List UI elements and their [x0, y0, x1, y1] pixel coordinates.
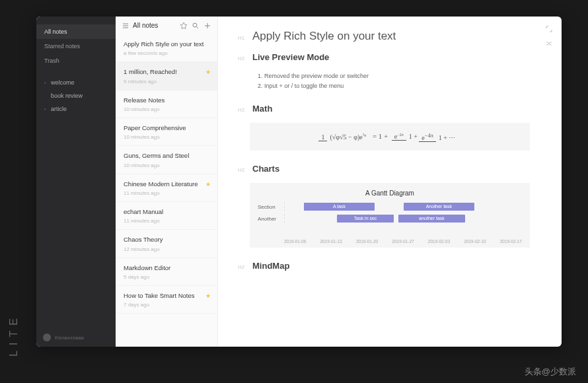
note-item-title: Markdown Editor	[124, 264, 209, 272]
gantt-bar: another task	[398, 215, 465, 223]
note-item-time: 12 minutes ago	[124, 246, 209, 252]
brand-vertical-text: LITE	[8, 313, 20, 357]
note-item-title: 1 million, Reached!	[124, 68, 209, 76]
gantt-title: A Gantt Diagram	[258, 190, 522, 197]
gantt-axis-tick: 2019-02-10	[464, 239, 486, 244]
add-icon[interactable]	[204, 22, 211, 29]
note-list-item[interactable]: How to Take Smart Notes7 days ago★	[116, 286, 217, 314]
gantt-row-label: Another	[258, 216, 284, 222]
shuffle-icon[interactable]	[546, 40, 552, 48]
list-item: Input + or / to toggle the menu	[264, 81, 542, 91]
note-item-title: Chinese Modern Literature	[124, 180, 209, 188]
sidebar-group[interactable]: Starred notes	[36, 39, 116, 53]
search-icon[interactable]	[192, 22, 199, 29]
chevron-right-icon: ›	[44, 80, 48, 86]
sidebar: All notesStarred notesTrash ›welcomebook…	[36, 17, 116, 347]
gantt-axis-tick: 2019-01-20	[356, 239, 378, 244]
gantt-axis-tick: 2019-01-27	[392, 239, 414, 244]
heading-tag-h2: H2	[238, 167, 247, 173]
editor-content: H1 Apply Rich Style on your text H2 Live…	[218, 17, 562, 347]
doc-h2-math[interactable]: Math	[252, 104, 272, 114]
menu-icon[interactable]	[122, 22, 129, 29]
gantt-track: A taskAnother task	[284, 202, 522, 211]
sidebar-user[interactable]: Kenaxxxaaa	[43, 333, 84, 341]
gantt-bar: Another task	[404, 203, 475, 211]
note-item-time: 10 minutes ago	[124, 106, 209, 112]
note-item-title: echart Manual	[124, 208, 209, 216]
star-filled-icon: ★	[205, 69, 211, 75]
gantt-row: AnotherTask in secanother task	[258, 213, 522, 225]
note-item-time: a few seconds ago	[124, 50, 209, 56]
chevron-right-icon: ›	[44, 106, 48, 112]
note-list-item[interactable]: Apply Rich Style on your texta few secon…	[116, 34, 217, 62]
doc-h2-preview[interactable]: Live Preview Mode	[252, 52, 329, 62]
list-item: Removed the preview mode or switcher	[264, 71, 542, 81]
note-item-time: 9 minutes ago	[124, 79, 209, 85]
math-formula-block: 1(√φ√5 − φ)e²π = 1 + e−2π1 + e−4π1 + ⋯	[250, 123, 530, 151]
note-item-time: 11 minutes ago	[124, 218, 209, 224]
heading-tag-h1: H1	[238, 35, 247, 41]
note-list-item[interactable]: Paper Comprehensive10 minutes ago	[116, 118, 217, 146]
note-item-time: 10 minutes ago	[124, 162, 209, 168]
avatar	[43, 333, 51, 341]
expand-icon[interactable]	[546, 26, 552, 34]
doc-h2-mindmap[interactable]: MindMap	[252, 261, 289, 271]
note-list-item[interactable]: Chinese Modern Literature11 minutes ago★	[116, 174, 217, 202]
gantt-row: SectionA taskAnother task	[258, 201, 522, 213]
gantt-row-label: Section	[258, 204, 284, 210]
heading-tag-h2: H2	[238, 55, 247, 61]
sidebar-folder[interactable]: ›welcome	[36, 76, 116, 89]
note-list-item[interactable]: Release Notes10 minutes ago	[116, 90, 217, 118]
watermark: 头条@少数派	[525, 366, 576, 378]
star-filled-icon: ★	[205, 181, 211, 188]
note-item-title: Chaos Theory	[124, 236, 209, 244]
sidebar-folder[interactable]: ›article	[36, 102, 116, 116]
sidebar-folder[interactable]: book review	[36, 89, 116, 102]
heading-tag-h2: H2	[238, 107, 247, 113]
note-item-title: How to Take Smart Notes	[124, 292, 209, 300]
gantt-chart-block: A Gantt Diagram SectionA taskAnother tas…	[250, 183, 530, 248]
note-item-time: 7 days ago	[124, 302, 209, 308]
preview-list: Removed the preview mode or switcherInpu…	[264, 71, 542, 92]
gantt-axis-tick: 2019-02-17	[500, 239, 522, 244]
note-list-panel: All notes Apply Rich Style on your texta…	[116, 17, 218, 347]
note-item-time: 5 days ago	[124, 274, 209, 280]
doc-h1[interactable]: Apply Rich Style on your text	[252, 30, 396, 43]
note-item-time: 10 minutes ago	[124, 134, 209, 140]
note-list-item[interactable]: echart Manual11 minutes ago	[116, 202, 217, 230]
note-list-item[interactable]: 1 million, Reached!9 minutes ago★	[116, 62, 217, 90]
note-list-title: All notes	[133, 22, 158, 29]
sidebar-folder-label: welcome	[51, 79, 75, 86]
svg-point-0	[193, 23, 197, 27]
note-item-title: Paper Comprehensive	[124, 124, 209, 132]
star-icon[interactable]	[180, 22, 187, 29]
doc-h2-charts[interactable]: Charts	[252, 164, 279, 174]
note-item-time: 11 minutes ago	[124, 190, 209, 196]
sidebar-group[interactable]: All notes	[36, 24, 116, 39]
note-list-header: All notes	[116, 17, 217, 34]
gantt-bar: A task	[304, 203, 375, 211]
star-filled-icon: ★	[205, 293, 211, 299]
gantt-axis-tick: 2019-01-06	[284, 239, 306, 244]
gantt-bar: Task in sec	[337, 215, 394, 223]
gantt-axis-tick: 2019-02-03	[428, 239, 450, 244]
app-window: All notesStarred notesTrash ›welcomebook…	[36, 17, 562, 347]
note-item-title: Release Notes	[124, 96, 209, 104]
gantt-track: Task in secanother task	[284, 214, 522, 223]
gantt-axis-tick: 2019-01-13	[320, 239, 342, 244]
note-list-item[interactable]: Markdown Editor5 days ago	[116, 258, 217, 286]
note-item-title: Guns, Germs and Steel	[124, 152, 209, 160]
sidebar-folder-label: book review	[51, 92, 83, 99]
note-item-title: Apply Rich Style on your text	[124, 40, 209, 48]
note-list-item[interactable]: Chaos Theory12 minutes ago	[116, 230, 217, 258]
sidebar-folder-label: article	[51, 106, 67, 112]
heading-tag-h2: H2	[238, 264, 247, 270]
sidebar-group[interactable]: Trash	[36, 53, 116, 68]
note-list-item[interactable]: Guns, Germs and Steel10 minutes ago	[116, 146, 217, 174]
sidebar-username: Kenaxxxaaa	[55, 335, 84, 341]
